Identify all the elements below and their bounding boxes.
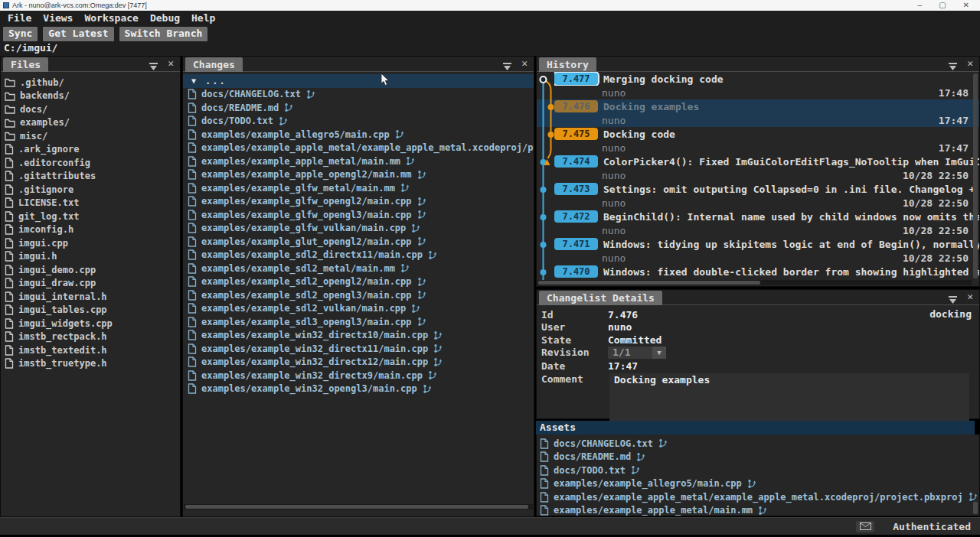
changed-file-item[interactable]: examples/example_sdl2_directx11/main.cpp <box>183 249 534 262</box>
file-tree-item[interactable]: imgui_demo.cpp <box>1 263 180 277</box>
file-tree-item[interactable]: .gitignore <box>1 183 180 197</box>
file-tree-item[interactable]: imstb_rectpack.h <box>1 330 180 344</box>
file-tree-item-label: imstb_textedit.h <box>18 345 107 356</box>
file-tree-item[interactable]: misc/ <box>1 129 180 143</box>
changed-file-item[interactable]: examples/example_sdl2_opengl2/main.cpp <box>183 275 534 289</box>
changeset-time: 10/28 22:50 <box>903 197 979 209</box>
changed-file-item[interactable]: docs/TODO.txt <box>183 115 534 129</box>
changed-file-item[interactable]: examples/example_sdl2_opengl3/main.cpp <box>183 288 534 302</box>
asset-item[interactable]: docs/TODO.txt <box>537 464 979 477</box>
tab-changes[interactable]: Changes <box>185 57 243 72</box>
menu-item-help[interactable]: Help <box>191 12 215 25</box>
changed-file-item[interactable]: examples/example_win32_directx10/main.cp… <box>183 329 534 343</box>
assets-vertical-scrollbar[interactable] <box>973 502 978 514</box>
file-tree-item[interactable]: git_log.txt <box>1 210 180 223</box>
history-entry[interactable]: 7.471Windows: tidying up skipitems logic… <box>537 237 979 265</box>
history-entry[interactable]: 7.474ColorPicker4(): Fixed ImGuiColorEdi… <box>537 155 979 182</box>
changed-file-item[interactable]: examples/example_win32_directx12/main.cp… <box>183 356 534 369</box>
tab-changelist-details[interactable]: Changelist Details <box>539 291 662 305</box>
changeset-author: nuno <box>602 170 626 181</box>
changes-horizontal-scrollbar[interactable] <box>184 504 533 509</box>
tab-files[interactable]: Files <box>3 57 48 72</box>
changed-file-item[interactable]: examples/example_glfw_metal/main.mm <box>183 181 534 195</box>
changes-root-row[interactable]: ▼ ... <box>183 74 534 88</box>
filter-icon[interactable] <box>149 60 158 74</box>
change-branch-icon <box>636 452 646 462</box>
file-tree-item[interactable]: docs/ <box>1 103 180 116</box>
get-latest-button[interactable]: Get Latest <box>43 27 113 41</box>
changed-file-item[interactable]: examples/example_win32_directx9/main.cpp <box>183 369 534 382</box>
minimize-button[interactable]: – <box>918 1 923 10</box>
asset-item[interactable]: examples/example_apple_metal/main.mm <box>537 504 979 517</box>
asset-item[interactable]: examples/example_apple_metal/example_app… <box>537 490 979 504</box>
maximize-button[interactable]: ▢ <box>939 1 946 10</box>
menu-item-workspace[interactable]: Workspace <box>84 12 138 25</box>
asset-item[interactable]: docs/CHANGELOG.txt <box>537 437 979 451</box>
asset-item[interactable]: docs/README.md <box>537 451 979 464</box>
close-icon[interactable]: ✕ <box>967 59 973 68</box>
file-tree-item[interactable]: LICENSE.txt <box>1 197 180 210</box>
file-tree-item[interactable]: .editorconfig <box>1 156 180 170</box>
changed-file-item[interactable]: examples/example_apple_metal/example_app… <box>183 142 534 155</box>
history-vertical-scrollbar[interactable] <box>973 73 978 278</box>
file-tree-item[interactable]: imgui.cpp <box>1 236 180 250</box>
switch-branch-button[interactable]: Switch Branch <box>119 27 208 41</box>
revision-select[interactable]: 1/1 ▼ <box>608 347 666 359</box>
changed-file-item[interactable]: examples/example_win32_opengl3/main.cpp <box>183 382 534 396</box>
changed-file-item[interactable]: examples/example_apple_metal/main.mm <box>183 155 534 168</box>
changed-file-item[interactable]: examples/example_glfw_opengl2/main.cpp <box>183 195 534 209</box>
changed-file-item[interactable]: examples/example_sdl2_vulkan/main.cpp <box>183 302 534 316</box>
close-icon[interactable]: ✕ <box>967 292 973 301</box>
file-icon <box>5 291 14 302</box>
file-tree-item[interactable]: imgui_tables.cpp <box>1 304 180 317</box>
history-entry[interactable]: 7.473Settings: omit outputing Collapsed=… <box>537 182 979 210</box>
file-tree-item[interactable]: imgui.h <box>1 250 180 264</box>
history-entry[interactable]: 7.475Docking codenuno17:47 <box>537 127 979 155</box>
asset-item[interactable]: examples/example_allegro5/main.cpp <box>537 477 979 491</box>
expander-down-icon[interactable]: ▼ <box>191 76 196 85</box>
file-tree-item[interactable]: .github/ <box>1 76 180 90</box>
file-tree-item[interactable]: .ark_ignore <box>1 143 180 157</box>
changed-file-item[interactable]: examples/example_glfw_opengl3/main.cpp <box>183 208 534 222</box>
dropdown-arrow-icon[interactable]: ▼ <box>652 347 666 359</box>
file-tree-item[interactable]: imgui_widgets.cpp <box>1 317 180 330</box>
changed-file-item[interactable]: examples/example_allegro5/main.cpp <box>183 128 534 142</box>
history-entry[interactable]: 7.470Windows: fixed double-clicked borde… <box>537 265 979 282</box>
close-icon[interactable]: ✕ <box>168 59 174 68</box>
file-tree-item[interactable]: imconfig.h <box>1 223 180 237</box>
changed-file-item[interactable]: examples/example_glfw_vulkan/main.cpp <box>183 222 534 236</box>
menu-item-views[interactable]: Views <box>43 12 73 25</box>
assets-header: Assets <box>536 421 975 434</box>
history-entry[interactable]: 7.476Docking examplesnuno17:47 <box>537 99 979 127</box>
menu-item-debug[interactable]: Debug <box>150 12 180 25</box>
close-button[interactable]: ✕ <box>963 1 969 10</box>
history-entry[interactable]: 7.477Merging docking codenuno17:48 <box>537 72 979 99</box>
asset-item-label: docs/TODO.txt <box>554 465 626 476</box>
file-tree-item[interactable]: backends/ <box>1 90 180 103</box>
changed-file-item[interactable]: examples/example_sdl2_metal/main.mm <box>183 262 534 275</box>
mail-icon[interactable] <box>856 521 874 532</box>
change-branch-icon <box>433 330 443 340</box>
history-entry[interactable]: 7.472BeginChild(): Internal name used by… <box>537 210 979 237</box>
comment-field[interactable]: Docking examples <box>609 373 969 421</box>
changed-file-item[interactable]: docs/CHANGELOG.txt <box>183 88 534 102</box>
tab-history[interactable]: History <box>539 57 596 72</box>
changed-file-item[interactable]: examples/example_win32_directx11/main.cp… <box>183 342 534 356</box>
file-tree-item-label: .gitignore <box>18 184 74 195</box>
history-horizontal-scrollbar[interactable] <box>537 280 972 285</box>
file-tree-item[interactable]: .gitattributes <box>1 170 180 184</box>
file-tree-item[interactable]: examples/ <box>1 116 180 130</box>
sync-button[interactable]: Sync <box>3 27 38 41</box>
close-icon[interactable]: ✕ <box>521 59 528 68</box>
file-tree-item[interactable]: imgui_draw.cpp <box>1 277 180 291</box>
changed-file-item-label: examples/example_apple_opengl2/main.mm <box>201 169 412 180</box>
file-tree-item[interactable]: imstb_textedit.h <box>1 343 180 357</box>
change-branch-icon <box>284 103 294 112</box>
file-tree-item[interactable]: imgui_internal.h <box>1 290 180 304</box>
file-tree-item[interactable]: imstb_truetype.h <box>1 357 180 371</box>
changed-file-item[interactable]: docs/README.md <box>183 101 534 115</box>
menu-item-file[interactable]: File <box>8 12 31 25</box>
changed-file-item[interactable]: examples/example_apple_opengl2/main.mm <box>183 168 534 182</box>
changed-file-item[interactable]: examples/example_glut_opengl2/main.cpp <box>183 235 534 249</box>
changed-file-item[interactable]: examples/example_sdl3_opengl3/main.cpp <box>183 315 534 329</box>
